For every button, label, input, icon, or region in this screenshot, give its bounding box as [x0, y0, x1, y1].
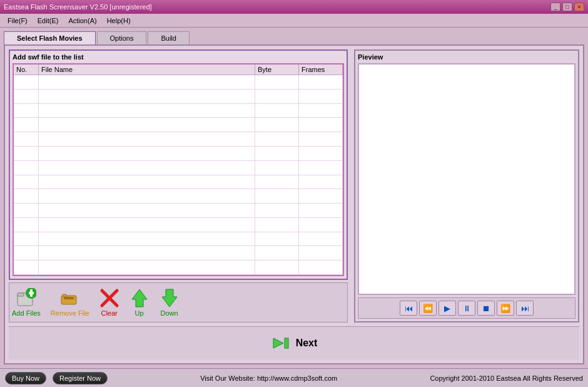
table-row — [14, 104, 343, 118]
table-row — [14, 118, 343, 132]
tab-options[interactable]: Options — [97, 31, 147, 44]
table-row — [14, 161, 343, 175]
next-button[interactable]: Next — [263, 331, 325, 356]
table-row — [14, 75, 343, 90]
buy-now-button[interactable]: Buy Now — [5, 372, 46, 384]
playback-play[interactable]: ▶ — [438, 301, 456, 316]
remove-file-icon — [60, 288, 80, 308]
main-content: Select Flash Movies Options Build Add sw… — [0, 28, 588, 368]
table-row — [14, 261, 343, 275]
up-button[interactable]: Up — [129, 288, 150, 317]
playback-rewind[interactable]: ⏪ — [419, 301, 437, 316]
clear-icon — [99, 288, 119, 308]
menu-file[interactable]: File(F) — [3, 16, 33, 26]
playback-pause[interactable]: ⏸ — [458, 301, 475, 316]
close-button[interactable]: × — [574, 3, 584, 11]
table-row — [14, 204, 343, 218]
svg-marker-12 — [273, 338, 283, 348]
add-files-label: Add Files — [12, 309, 41, 317]
add-files-button[interactable]: Add Files — [12, 288, 41, 317]
remove-file-label: Remove File — [51, 309, 89, 317]
table-row — [14, 175, 343, 190]
table-row — [14, 147, 343, 161]
add-swf-group-title: Add swf file to the list — [13, 53, 344, 61]
down-icon — [160, 288, 180, 308]
title-bar-buttons: _ □ × — [550, 3, 584, 11]
next-label: Next — [296, 338, 318, 349]
tabs: Select Flash Movies Options Build — [4, 31, 584, 44]
preview-canvas — [358, 63, 575, 295]
tab-build[interactable]: Build — [148, 31, 189, 44]
clear-label: Clear — [101, 309, 117, 317]
right-panel: Pieview ⏮ ⏪ ▶ ⏸ ⏹ ⏩ ⏭ — [354, 49, 579, 322]
file-table-header: No. File Name Byte Frames — [14, 64, 343, 75]
up-label: Up — [135, 309, 144, 317]
playback-fast-forward[interactable]: ⏩ — [497, 301, 514, 316]
menu-action[interactable]: Action(A) — [63, 16, 101, 26]
down-button[interactable]: Down — [160, 288, 180, 317]
svg-rect-7 — [63, 294, 66, 297]
menu-bar: File(F) Edit(E) Action(A) Help(H) — [0, 14, 588, 28]
up-icon — [129, 288, 150, 308]
playback-stop[interactable]: ⏹ — [477, 301, 495, 316]
svg-marker-10 — [132, 289, 147, 307]
tab-inner: Add swf file to the list No. File Name B… — [9, 49, 579, 322]
maximize-button[interactable]: □ — [562, 3, 572, 11]
title-bar: Eastsea Flash Screensaver V2.50 [unregis… — [0, 0, 588, 14]
file-table-body — [14, 75, 343, 275]
bottom-bar: Next — [9, 326, 579, 359]
col-header-frames: Frames — [299, 64, 343, 75]
svg-marker-11 — [162, 289, 177, 307]
table-row — [14, 232, 343, 247]
menu-help[interactable]: Help(H) — [102, 16, 136, 26]
col-header-no: No. — [14, 64, 39, 75]
clear-button[interactable]: Clear — [99, 288, 119, 317]
add-files-icon — [16, 288, 36, 308]
svg-rect-13 — [285, 338, 288, 348]
preview-group: Pieview ⏮ ⏪ ▶ ⏸ ⏹ ⏩ ⏭ — [354, 49, 579, 322]
title-text: Eastsea Flash Screensaver V2.50 [unregis… — [4, 3, 152, 11]
register-now-button[interactable]: Register Now — [53, 372, 108, 384]
svg-rect-4 — [30, 289, 33, 297]
down-label: Down — [161, 309, 178, 317]
table-row — [14, 189, 343, 204]
playback-to-end[interactable]: ⏭ — [516, 301, 534, 316]
table-row — [14, 218, 343, 232]
svg-rect-1 — [18, 293, 24, 296]
add-swf-group: Add swf file to the list No. File Name B… — [9, 49, 348, 280]
status-bar: Buy Now Register Now Visit Our Website: … — [0, 368, 588, 387]
table-row — [14, 132, 343, 147]
menu-edit[interactable]: Edit(E) — [33, 16, 64, 26]
col-header-byte: Byte — [255, 64, 299, 75]
col-header-filename: File Name — [39, 64, 255, 75]
next-icon — [271, 333, 291, 353]
table-row — [14, 90, 343, 104]
preview-title: Pieview — [358, 53, 575, 61]
website-text: Visit Our Website: http://www.cdmp3soft.… — [114, 374, 423, 382]
svg-rect-6 — [64, 297, 74, 299]
tab-select-flash-movies[interactable]: Select Flash Movies — [4, 31, 96, 44]
playback-to-start[interactable]: ⏮ — [400, 301, 417, 316]
remove-file-button[interactable]: Remove File — [51, 288, 89, 317]
left-buttons: Add Files Remove File — [9, 282, 348, 322]
table-row — [14, 246, 343, 261]
playback-controls: ⏮ ⏪ ▶ ⏸ ⏹ ⏩ ⏭ — [358, 297, 575, 319]
left-panel: Add swf file to the list No. File Name B… — [9, 49, 348, 322]
copyright-text: Copyright 2001-2010 Eastsea All Rights R… — [430, 374, 583, 382]
minimize-button[interactable]: _ — [550, 3, 560, 11]
file-table: No. File Name Byte Frames — [13, 63, 344, 276]
tab-content: Add swf file to the list No. File Name B… — [4, 44, 584, 364]
